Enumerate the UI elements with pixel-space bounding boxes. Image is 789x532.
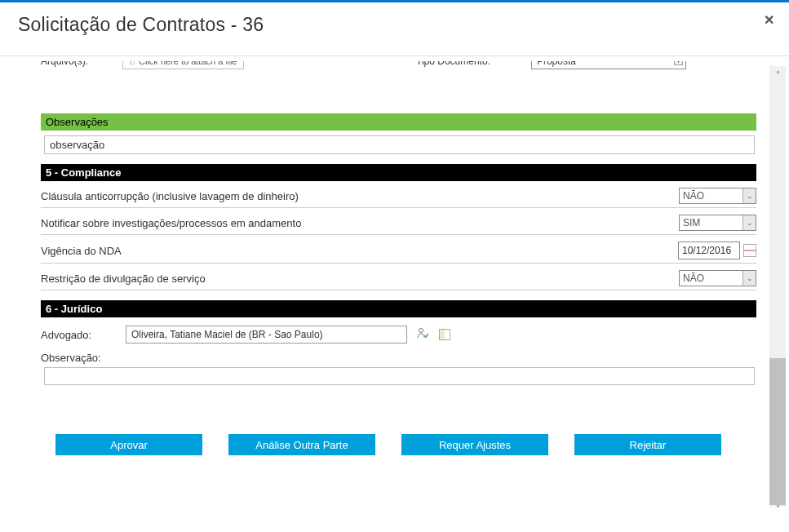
doc-type-group: Tipo Documento: Proposta — [416, 61, 686, 71]
calendar-icon[interactable] — [743, 244, 756, 257]
attach-file-button[interactable]: ⏍ Click here to attach a file — [122, 61, 244, 69]
chevron-down-icon: ⌄ — [742, 215, 756, 230]
dialog-header: Solicitação de Contratos - 36 ✕ — [0, 2, 789, 56]
scroll-up-icon[interactable]: ˄ — [769, 66, 786, 82]
attach-label: Arquivo(s): — [41, 61, 114, 67]
chevron-down-icon: ⌄ — [742, 188, 756, 203]
compliance-select-notificar[interactable]: SIM ⌄ — [679, 215, 756, 231]
select-value: NÃO — [683, 190, 704, 202]
dialog-title: Solicitação de Contratos - 36 — [18, 14, 264, 36]
attach-row: Arquivo(s): ⏍ Click here to attach a fil… — [41, 61, 756, 71]
compliance-label: Cláusula anticorrupção (inclusive lavage… — [41, 190, 299, 202]
scrollbar-thumb[interactable] — [769, 358, 786, 505]
action-button-row: Aprovar Análise Outra Parte Requer Ajust… — [41, 434, 756, 455]
paperclip-icon: ⏍ — [130, 61, 135, 66]
dialog-body: Arquivo(s): ⏍ Click here to attach a fil… — [0, 56, 789, 526]
address-book-icon[interactable] — [439, 329, 450, 340]
compliance-label: Restrição de divulgação de serviço — [41, 273, 206, 285]
person-check-icon[interactable] — [417, 327, 429, 342]
date-group — [678, 242, 756, 259]
compliance-header: 5 - Compliance — [41, 164, 756, 181]
observacoes-header: Observações — [41, 113, 756, 131]
nda-date-input[interactable] — [678, 242, 740, 259]
doc-type-value: Proposta — [537, 61, 576, 67]
compliance-row-restricao: Restrição de divulgação de serviço NÃO ⌄ — [41, 267, 756, 290]
doc-type-label: Tipo Documento: — [416, 61, 490, 67]
compliance-label: Notificar sobre investigações/processos … — [41, 217, 301, 229]
advogado-input[interactable] — [126, 326, 407, 344]
compliance-row-notificar: Notificar sobre investigações/processos … — [41, 211, 756, 235]
observacoes-input[interactable] — [44, 135, 755, 154]
select-value: SIM — [683, 217, 700, 228]
attach-button-label: Click here to attach a file — [139, 61, 237, 66]
requer-ajustes-button[interactable]: Requer Ajustes — [401, 434, 548, 455]
juridico-observacao-input[interactable] — [44, 367, 755, 385]
compliance-row-anticorrupcao: Cláusula anticorrupção (inclusive lavage… — [41, 184, 756, 208]
compliance-label: Vigência do NDA — [41, 245, 122, 257]
scroll-down-icon[interactable]: ˅ — [769, 500, 786, 516]
advogado-label: Advogado: — [41, 329, 116, 341]
doc-type-select[interactable]: Proposta — [531, 61, 686, 69]
chevron-down-icon: ⌄ — [742, 271, 756, 286]
advogado-row: Advogado: — [41, 326, 756, 344]
rejeitar-button[interactable]: Rejeitar — [574, 434, 721, 455]
juridico-body: Advogado: Observação: — [41, 326, 756, 385]
juridico-header: 6 - Jurídico — [41, 300, 756, 317]
compliance-select-restricao[interactable]: NÃO ⌄ — [679, 270, 756, 286]
select-value: NÃO — [683, 273, 704, 284]
svg-point-0 — [419, 329, 423, 333]
juridico-observacao-label: Observação: — [41, 352, 756, 364]
compliance-select-anticorrupcao[interactable]: NÃO ⌄ — [679, 188, 756, 204]
analise-button[interactable]: Análise Outra Parte — [228, 434, 375, 455]
aprovar-button[interactable]: Aprovar — [55, 434, 202, 455]
compliance-row-nda: Vigência do NDA — [41, 238, 756, 264]
close-icon[interactable]: ✕ — [764, 12, 774, 28]
